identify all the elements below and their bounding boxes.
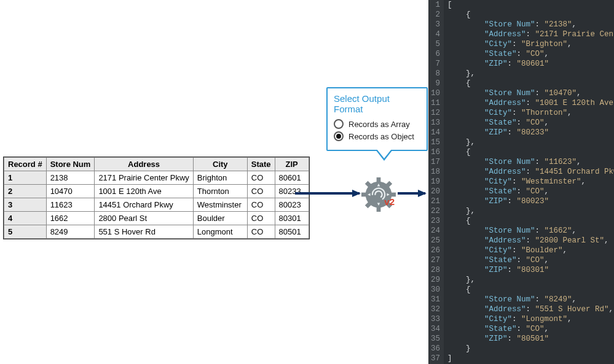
popup-title: Select Output Format	[334, 93, 420, 114]
col-header-state: State	[247, 158, 275, 171]
editor-code[interactable]: [ { "Store Num": "2138", "Address": "217…	[444, 0, 614, 364]
cell-state: CO	[247, 171, 275, 185]
svg-rect-0	[377, 177, 381, 182]
cell-store-num: 10470	[46, 185, 95, 198]
cell-zip: 80233	[275, 185, 309, 198]
svg-rect-1	[377, 207, 381, 212]
flow-arrow-icon	[398, 192, 425, 195]
input-data-table: Record # Store Num Address City State ZI…	[3, 157, 310, 239]
cell-record-num: 3	[4, 198, 47, 212]
col-header-record: Record #	[4, 158, 47, 171]
col-header-city: City	[193, 158, 247, 171]
cell-store-num: 1662	[46, 212, 95, 225]
col-header-address: Address	[95, 158, 193, 171]
output-format-popup: Select Output Format Records as Array Re…	[326, 87, 428, 151]
col-header-storenum: Store Num	[46, 158, 95, 171]
radio-icon	[334, 119, 344, 129]
cell-address: 2171 Prairie Center Pkwy	[95, 171, 193, 185]
cell-zip: 80023	[275, 198, 309, 212]
cell-state: CO	[247, 212, 275, 225]
cell-city: Thornton	[193, 185, 247, 198]
radio-icon	[334, 131, 344, 141]
cell-state: CO	[247, 198, 275, 212]
cell-store-num: 2138	[46, 171, 95, 185]
table-row[interactable]: 31162314451 Orchard PkwyWestminsterCO800…	[4, 198, 309, 212]
cell-city: Longmont	[193, 225, 247, 239]
svg-rect-2	[361, 193, 366, 197]
cell-store-num: 8249	[46, 225, 95, 239]
cell-record-num: 1	[4, 171, 47, 185]
cell-city: Boulder	[193, 212, 247, 225]
editor-gutter: 1234567891011121314151617181920212223242…	[428, 0, 444, 364]
cell-city: Brighton	[193, 171, 247, 185]
radio-records-as-array[interactable]: Records as Array	[334, 119, 420, 129]
cell-address: 2800 Pearl St	[95, 212, 193, 225]
cell-record-num: 2	[4, 185, 47, 198]
cell-address: 1001 E 120th Ave	[95, 185, 193, 198]
cell-zip: 80301	[275, 212, 309, 225]
cell-address: 14451 Orchard Pkwy	[95, 198, 193, 212]
cell-record-num: 4	[4, 212, 47, 225]
table-row[interactable]: 416622800 Pearl StBoulderCO80301	[4, 212, 309, 225]
table-row[interactable]: 2104701001 E 120th AveThorntonCO80233	[4, 185, 309, 198]
cell-zip: 80501	[275, 225, 309, 239]
json-build-tool-node[interactable]: v2	[361, 177, 396, 212]
table-header-row: Record # Store Num Address City State ZI…	[4, 158, 309, 171]
cell-record-num: 5	[4, 225, 47, 239]
cell-store-num: 11623	[46, 198, 95, 212]
json-output-editor: 1234567891011121314151617181920212223242…	[428, 0, 614, 364]
radio-records-as-object[interactable]: Records as Object	[334, 131, 420, 141]
radio-label: Records as Array	[348, 120, 410, 129]
node-version-label: v2	[384, 196, 395, 207]
cell-state: CO	[247, 225, 275, 239]
radio-label: Records as Object	[348, 132, 414, 141]
flow-arrow-icon	[295, 192, 360, 195]
col-header-zip: ZIP	[275, 158, 309, 171]
table-row[interactable]: 58249551 S Hover RdLongmontCO80501	[4, 225, 309, 239]
cell-city: Westminster	[193, 198, 247, 212]
cell-state: CO	[247, 185, 275, 198]
cell-address: 551 S Hover Rd	[95, 225, 193, 239]
table-row[interactable]: 121382171 Prairie Center PkwyBrightonCO8…	[4, 171, 309, 185]
cell-zip: 80601	[275, 171, 309, 185]
